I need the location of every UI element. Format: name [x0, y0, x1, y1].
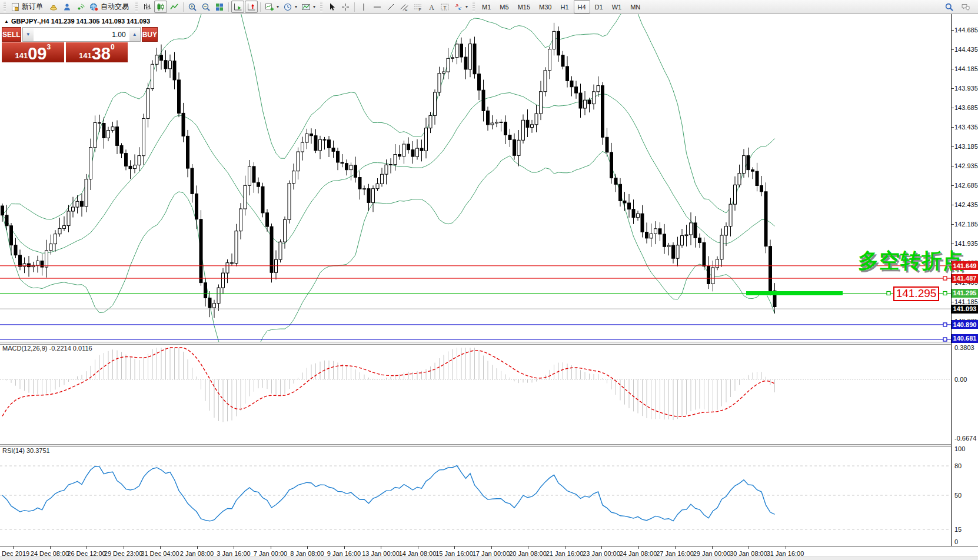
rsi-pane-svg[interactable]	[0, 446, 951, 546]
dropdown-caret-icon[interactable]: ▾	[465, 4, 468, 9]
tf-mn-label: MN	[630, 4, 640, 11]
candle-up	[531, 125, 534, 128]
dropdown-caret-icon[interactable]: ▾	[277, 4, 279, 9]
sell-button[interactable]: SELL	[2, 27, 21, 42]
toolbar-button-community[interactable]	[61, 1, 74, 13]
community-icon	[62, 2, 72, 12]
candle-down	[332, 148, 335, 152]
toolbar-button-gold[interactable]	[47, 1, 60, 13]
candle-up	[447, 58, 450, 72]
candle-up	[279, 242, 282, 259]
toolbar-button-auto-trading[interactable]: 自动交易	[88, 1, 132, 13]
chart-window[interactable]: ▲ GBPJPY-,H4 141.239 141.305 141.093 141…	[0, 14, 978, 560]
tf-d1[interactable]: D1	[591, 0, 607, 14]
tf-m15[interactable]: M15	[514, 0, 534, 14]
candle-up	[89, 148, 92, 179]
cursor-icon	[327, 2, 337, 12]
toolbar-grip[interactable]	[4, 2, 6, 12]
candle-down	[632, 209, 635, 218]
candle-up	[169, 61, 172, 69]
toolbar-button-bar-chart[interactable]	[141, 1, 154, 13]
label-icon: T	[440, 2, 450, 12]
candle-down	[464, 57, 467, 69]
tf-w1[interactable]: W1	[608, 0, 626, 14]
toolbar-button-horizontal-line[interactable]	[371, 1, 384, 13]
candle-down	[614, 178, 617, 185]
turning-point-annotation[interactable]: 多空转折点	[858, 247, 964, 275]
tf-m1[interactable]: M1	[478, 0, 495, 14]
candle-up	[500, 122, 503, 122]
toolbar-button-periods[interactable]: ▾	[281, 1, 299, 13]
line-endpoint-marker[interactable]	[943, 292, 947, 295]
toolbar-button-new-chart[interactable]: ▾	[263, 1, 281, 13]
candle-up	[690, 223, 693, 235]
candle-up	[49, 244, 52, 251]
thick-green-trend-segment[interactable]	[746, 291, 843, 295]
collapse-arrow-icon[interactable]: ▲	[4, 19, 9, 24]
toolbar-button-line-chart[interactable]	[168, 1, 181, 13]
dropdown-caret-icon[interactable]: ▾	[295, 4, 297, 9]
toolbar-button-auto-scroll[interactable]	[231, 1, 244, 13]
rsi-axis-label: 50	[954, 492, 962, 499]
toolbar-button-signals[interactable]	[74, 1, 87, 13]
toolbar-button-crosshair[interactable]	[339, 1, 352, 13]
toolbar-button-text-label[interactable]: T	[438, 1, 451, 13]
volume-input[interactable]	[34, 28, 129, 41]
toolbar-button-search[interactable]	[943, 1, 956, 13]
candle-down	[398, 155, 401, 156]
candle-down	[619, 184, 622, 201]
candle-up	[495, 122, 498, 124]
hline-icon	[372, 2, 382, 12]
toolbar-grip[interactable]	[473, 2, 475, 12]
price-badge-141.093: 141.093	[952, 305, 978, 314]
candle-up	[248, 166, 251, 185]
time-tick-mark	[160, 546, 161, 549]
tf-m30[interactable]: M30	[535, 0, 555, 14]
tf-h1[interactable]: H1	[556, 0, 573, 14]
candle-down	[407, 144, 410, 150]
toolbar-button-tile-windows[interactable]	[213, 1, 226, 13]
line-endpoint-marker[interactable]	[943, 276, 947, 280]
sell-price-display[interactable]: 141093	[2, 42, 64, 62]
tf-mn[interactable]: MN	[626, 0, 644, 14]
toolbar-button-vertical-line[interactable]	[357, 1, 370, 13]
toolbar-grip[interactable]	[320, 2, 322, 12]
toolbar-button-arrows[interactable]: ▾	[452, 1, 470, 13]
horizontal-lines[interactable]	[0, 266, 951, 339]
candle-down	[513, 139, 516, 155]
dropdown-caret-icon[interactable]: ▾	[313, 4, 315, 9]
candle-up	[363, 189, 366, 189]
volume-up-button[interactable]: ▲	[129, 28, 140, 41]
toolbar-button-zoom-out[interactable]	[199, 1, 212, 13]
toolbar-button-fibonacci[interactable]: F	[411, 1, 424, 13]
toolbar-button-cursor[interactable]	[325, 1, 338, 13]
candle-up	[681, 236, 684, 245]
toolbar-button-equidistant-channel[interactable]: E	[398, 1, 411, 13]
mt4-window: 新订单自动交易▾▾▾EFAT▾M1M5M15M30H1H4D1W1MN ▲ GB…	[0, 0, 978, 560]
toolbar-button-text[interactable]: A	[425, 1, 438, 13]
volume-down-button[interactable]: ▼	[23, 28, 34, 41]
line-endpoint-marker[interactable]	[943, 323, 947, 326]
candle-up	[107, 131, 110, 138]
buy-price-display[interactable]: 141380	[66, 42, 128, 62]
toolbar-button-new-order[interactable]: 新订单	[9, 1, 46, 13]
toolbar-grip[interactable]	[135, 2, 138, 12]
price-box-annotation[interactable]: 141.295	[893, 286, 939, 301]
buy-button[interactable]: BUY	[142, 27, 158, 42]
toolbar-button-chat[interactable]	[959, 1, 972, 13]
toolbar-button-zoom-in[interactable]	[186, 1, 199, 13]
toolbar-button-templates[interactable]: ▾	[300, 1, 317, 13]
toolbar-button-trendline[interactable]	[384, 1, 397, 13]
candle-up	[138, 156, 141, 165]
tf-m5[interactable]: M5	[495, 0, 513, 14]
toolbar-separator	[354, 2, 355, 12]
candle-up	[217, 288, 220, 304]
toolbar-button-candlestick-chart[interactable]	[154, 1, 167, 13]
line-endpoint-marker[interactable]	[887, 292, 890, 295]
time-tick-mark	[454, 546, 455, 549]
tf-h4[interactable]: H4	[574, 0, 590, 14]
line-endpoint-marker[interactable]	[943, 338, 947, 341]
toolbar-button-chart-shift[interactable]	[245, 1, 258, 13]
macd-pane-svg[interactable]	[0, 344, 951, 444]
price-pane-svg[interactable]	[0, 14, 951, 342]
